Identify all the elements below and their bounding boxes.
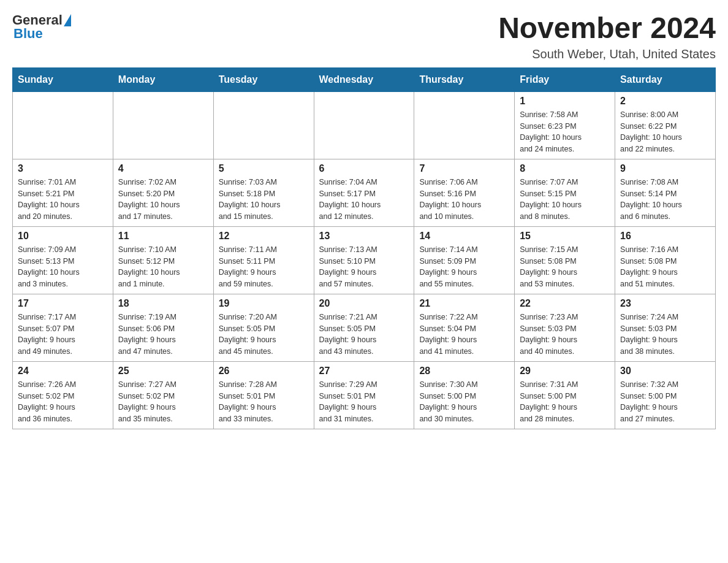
day-number: 28 [419, 366, 509, 377]
calendar-header-monday: Monday [113, 67, 213, 91]
calendar-cell: 8Sunrise: 7:07 AMSunset: 5:15 PMDaylight… [515, 159, 615, 226]
day-info: Sunrise: 7:02 AMSunset: 5:20 PMDaylight:… [118, 177, 208, 223]
calendar-body: 1Sunrise: 7:58 AMSunset: 6:23 PMDaylight… [13, 91, 716, 429]
day-info: Sunrise: 7:07 AMSunset: 5:15 PMDaylight:… [520, 177, 610, 223]
logo-triangle-icon [64, 14, 71, 26]
day-number: 8 [520, 163, 610, 174]
day-info: Sunrise: 7:32 AMSunset: 5:00 PMDaylight:… [620, 379, 710, 425]
day-number: 29 [520, 366, 610, 377]
calendar-cell [314, 91, 414, 159]
day-info: Sunrise: 7:58 AMSunset: 6:23 PMDaylight:… [520, 109, 610, 155]
day-info: Sunrise: 7:11 AMSunset: 5:11 PMDaylight:… [219, 244, 309, 290]
calendar-week-5: 24Sunrise: 7:26 AMSunset: 5:02 PMDayligh… [13, 361, 716, 429]
page-header: General Blue November 2024 South Weber, … [12, 12, 716, 61]
day-info: Sunrise: 7:23 AMSunset: 5:03 PMDaylight:… [520, 312, 610, 358]
calendar-cell: 15Sunrise: 7:15 AMSunset: 5:08 PMDayligh… [515, 226, 615, 294]
logo: General Blue [12, 12, 71, 42]
calendar-cell: 12Sunrise: 7:11 AMSunset: 5:11 PMDayligh… [213, 226, 314, 294]
calendar-cell: 5Sunrise: 7:03 AMSunset: 5:18 PMDaylight… [213, 159, 314, 226]
calendar-cell: 21Sunrise: 7:22 AMSunset: 5:04 PMDayligh… [414, 294, 515, 361]
day-info: Sunrise: 7:21 AMSunset: 5:05 PMDaylight:… [319, 312, 409, 358]
calendar-header-sunday: Sunday [13, 67, 113, 91]
title-block: November 2024 South Weber, Utah, United … [498, 12, 716, 61]
day-number: 6 [319, 163, 409, 174]
day-number: 10 [18, 231, 108, 242]
day-info: Sunrise: 7:28 AMSunset: 5:01 PMDaylight:… [219, 379, 309, 425]
calendar-header-tuesday: Tuesday [213, 67, 314, 91]
calendar-cell: 20Sunrise: 7:21 AMSunset: 5:05 PMDayligh… [314, 294, 414, 361]
calendar-cell [113, 91, 213, 159]
day-number: 4 [118, 163, 208, 174]
day-number: 16 [620, 231, 710, 242]
day-number: 23 [620, 298, 710, 309]
calendar-cell: 25Sunrise: 7:27 AMSunset: 5:02 PMDayligh… [113, 361, 213, 429]
calendar-cell: 4Sunrise: 7:02 AMSunset: 5:20 PMDaylight… [113, 159, 213, 226]
day-number: 17 [18, 298, 108, 309]
calendar-header-saturday: Saturday [615, 67, 716, 91]
day-info: Sunrise: 7:30 AMSunset: 5:00 PMDaylight:… [419, 379, 509, 425]
calendar-cell: 13Sunrise: 7:13 AMSunset: 5:10 PMDayligh… [314, 226, 414, 294]
day-number: 20 [319, 298, 409, 309]
day-info: Sunrise: 7:06 AMSunset: 5:16 PMDaylight:… [419, 177, 509, 223]
day-number: 7 [419, 163, 509, 174]
calendar-cell: 6Sunrise: 7:04 AMSunset: 5:17 PMDaylight… [314, 159, 414, 226]
day-info: Sunrise: 7:13 AMSunset: 5:10 PMDaylight:… [319, 244, 409, 290]
calendar-cell [213, 91, 314, 159]
calendar-header-friday: Friday [515, 67, 615, 91]
calendar-cell: 2Sunrise: 8:00 AMSunset: 6:22 PMDaylight… [615, 91, 716, 159]
day-info: Sunrise: 7:04 AMSunset: 5:17 PMDaylight:… [319, 177, 409, 223]
day-number: 1 [520, 96, 610, 107]
day-number: 12 [219, 231, 309, 242]
day-info: Sunrise: 7:26 AMSunset: 5:02 PMDaylight:… [18, 379, 108, 425]
day-info: Sunrise: 7:15 AMSunset: 5:08 PMDaylight:… [520, 244, 610, 290]
calendar-cell: 23Sunrise: 7:24 AMSunset: 5:03 PMDayligh… [615, 294, 716, 361]
calendar-cell: 22Sunrise: 7:23 AMSunset: 5:03 PMDayligh… [515, 294, 615, 361]
day-number: 18 [118, 298, 208, 309]
calendar-cell: 9Sunrise: 7:08 AMSunset: 5:14 PMDaylight… [615, 159, 716, 226]
day-info: Sunrise: 8:00 AMSunset: 6:22 PMDaylight:… [620, 109, 710, 155]
day-info: Sunrise: 7:20 AMSunset: 5:05 PMDaylight:… [219, 312, 309, 358]
day-number: 3 [18, 163, 108, 174]
location-title: South Weber, Utah, United States [498, 47, 716, 61]
day-info: Sunrise: 7:17 AMSunset: 5:07 PMDaylight:… [18, 312, 108, 358]
day-number: 13 [319, 231, 409, 242]
day-info: Sunrise: 7:14 AMSunset: 5:09 PMDaylight:… [419, 244, 509, 290]
calendar-cell: 29Sunrise: 7:31 AMSunset: 5:00 PMDayligh… [515, 361, 615, 429]
calendar-header-wednesday: Wednesday [314, 67, 414, 91]
calendar-cell: 14Sunrise: 7:14 AMSunset: 5:09 PMDayligh… [414, 226, 515, 294]
day-number: 25 [118, 366, 208, 377]
calendar-header-thursday: Thursday [414, 67, 515, 91]
day-info: Sunrise: 7:08 AMSunset: 5:14 PMDaylight:… [620, 177, 710, 223]
day-info: Sunrise: 7:19 AMSunset: 5:06 PMDaylight:… [118, 312, 208, 358]
day-number: 5 [219, 163, 309, 174]
calendar-header-row: SundayMondayTuesdayWednesdayThursdayFrid… [13, 67, 716, 91]
day-number: 19 [219, 298, 309, 309]
day-info: Sunrise: 7:31 AMSunset: 5:00 PMDaylight:… [520, 379, 610, 425]
calendar-cell: 16Sunrise: 7:16 AMSunset: 5:08 PMDayligh… [615, 226, 716, 294]
calendar-cell [414, 91, 515, 159]
day-number: 27 [319, 366, 409, 377]
calendar-cell: 17Sunrise: 7:17 AMSunset: 5:07 PMDayligh… [13, 294, 113, 361]
month-title: November 2024 [498, 12, 716, 45]
day-info: Sunrise: 7:22 AMSunset: 5:04 PMDaylight:… [419, 312, 509, 358]
day-info: Sunrise: 7:10 AMSunset: 5:12 PMDaylight:… [118, 244, 208, 290]
day-number: 22 [520, 298, 610, 309]
day-info: Sunrise: 7:03 AMSunset: 5:18 PMDaylight:… [219, 177, 309, 223]
calendar-cell: 18Sunrise: 7:19 AMSunset: 5:06 PMDayligh… [113, 294, 213, 361]
calendar-cell: 26Sunrise: 7:28 AMSunset: 5:01 PMDayligh… [213, 361, 314, 429]
day-number: 2 [620, 96, 710, 107]
calendar-cell: 24Sunrise: 7:26 AMSunset: 5:02 PMDayligh… [13, 361, 113, 429]
calendar-cell: 11Sunrise: 7:10 AMSunset: 5:12 PMDayligh… [113, 226, 213, 294]
calendar-cell: 3Sunrise: 7:01 AMSunset: 5:21 PMDaylight… [13, 159, 113, 226]
day-info: Sunrise: 7:27 AMSunset: 5:02 PMDaylight:… [118, 379, 208, 425]
day-number: 30 [620, 366, 710, 377]
day-info: Sunrise: 7:09 AMSunset: 5:13 PMDaylight:… [18, 244, 108, 290]
day-number: 15 [520, 231, 610, 242]
calendar-cell: 27Sunrise: 7:29 AMSunset: 5:01 PMDayligh… [314, 361, 414, 429]
day-number: 9 [620, 163, 710, 174]
calendar-week-1: 1Sunrise: 7:58 AMSunset: 6:23 PMDaylight… [13, 91, 716, 159]
calendar-week-3: 10Sunrise: 7:09 AMSunset: 5:13 PMDayligh… [13, 226, 716, 294]
day-info: Sunrise: 7:24 AMSunset: 5:03 PMDaylight:… [620, 312, 710, 358]
calendar-cell: 30Sunrise: 7:32 AMSunset: 5:00 PMDayligh… [615, 361, 716, 429]
day-info: Sunrise: 7:01 AMSunset: 5:21 PMDaylight:… [18, 177, 108, 223]
